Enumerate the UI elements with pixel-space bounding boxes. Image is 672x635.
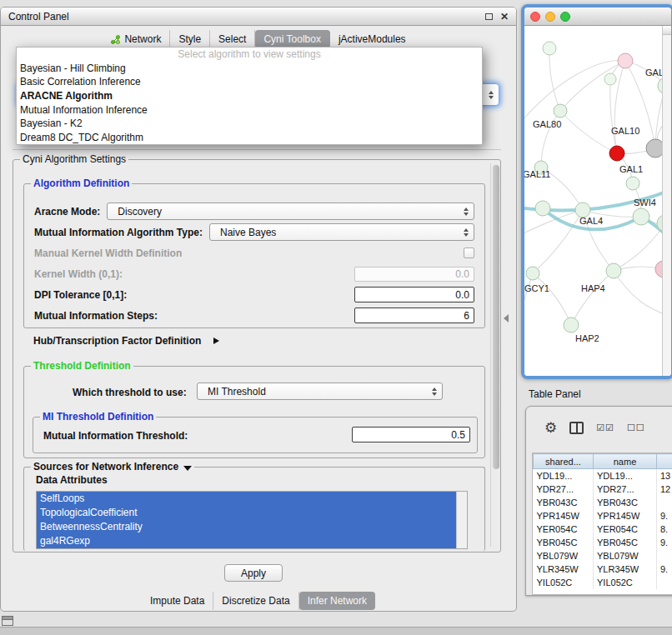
tab-label: Select bbox=[218, 33, 246, 45]
tab-style[interactable]: Style bbox=[170, 30, 210, 48]
control-panel-titlebar[interactable]: Control Panel ✕ bbox=[1, 8, 516, 26]
tab-cyni-toolbox[interactable]: Cyni Toolbox bbox=[255, 30, 329, 48]
dpi-tolerance-row: DPI Tolerance [0,1]: bbox=[34, 284, 474, 305]
graph-node-label: HAP2 bbox=[575, 333, 599, 343]
attribute-item-gal4rgexp[interactable]: gal4RGexp bbox=[37, 534, 456, 548]
network-window-titlebar[interactable] bbox=[524, 8, 671, 26]
collapsed-panel-icon[interactable] bbox=[2, 616, 13, 626]
deselect-all-icon[interactable]: ☐☐ bbox=[627, 422, 645, 433]
tab-network[interactable]: Network bbox=[103, 30, 170, 48]
table-row[interactable]: YBL079WYBL079W bbox=[534, 549, 672, 562]
table-cell: YLR345W bbox=[594, 562, 657, 576]
table-row[interactable]: YDL19...YDL19...13 bbox=[534, 469, 672, 482]
close-window-icon[interactable]: ✕ bbox=[500, 12, 509, 22]
sources-title-row[interactable]: Sources for Network Inference bbox=[31, 461, 194, 473]
hub-definition-label: Hub/Transcription Factor Definition bbox=[33, 335, 201, 347]
aracne-mode-select[interactable]: Discovery bbox=[107, 202, 474, 220]
gear-icon[interactable]: ⚙ bbox=[544, 421, 557, 435]
splitter-collapse-arrow[interactable] bbox=[504, 314, 509, 322]
algorithm-placeholder: Select algorithm to view settings bbox=[17, 48, 482, 62]
data-attributes-list[interactable]: SelfLoopsTopologicalCoefficientBetweenne… bbox=[36, 491, 468, 549]
table-row[interactable]: YBR043CYBR043C bbox=[534, 496, 672, 509]
graph-node[interactable] bbox=[526, 267, 539, 280]
attribute-item-topologicalcoefficient[interactable]: TopologicalCoefficient bbox=[37, 506, 456, 520]
network-view-window[interactable]: GAL8GAL80GAL10GAL11GAL1SWI4GAL4GCY1HAP4H… bbox=[521, 4, 672, 379]
close-traffic-light-icon[interactable] bbox=[530, 12, 540, 22]
column-header-shared[interactable]: shared... bbox=[534, 454, 594, 469]
table-cell: YBR043C bbox=[534, 496, 594, 509]
which-threshold-select[interactable]: MI Threshold bbox=[197, 382, 443, 400]
data-attributes-label: Data Attributes bbox=[36, 474, 108, 486]
algorithm-option-basic-correlation-inference[interactable]: Basic Correlation Inference bbox=[17, 75, 482, 89]
graph-node[interactable] bbox=[554, 104, 567, 118]
expand-arrow-icon bbox=[213, 338, 219, 344]
mi-steps-input[interactable] bbox=[354, 308, 474, 323]
network-scrollbar[interactable] bbox=[662, 26, 671, 376]
mi-threshold-group: MI Threshold Definition Mutual Informati… bbox=[33, 417, 478, 453]
table-toolbar: ⚙ ☑☑ ☐☐ bbox=[526, 407, 672, 448]
kernel-width-input[interactable] bbox=[354, 267, 474, 282]
algorithm-option-bayesian-hill-climbing[interactable]: Bayesian - Hill Climbing bbox=[17, 62, 482, 76]
scrollbar-thumb[interactable] bbox=[493, 165, 499, 469]
columns-icon[interactable] bbox=[569, 422, 584, 434]
zoom-traffic-light-icon[interactable] bbox=[560, 12, 570, 22]
algorithm-option-dream8-dc-tdc-algorithm[interactable]: Dream8 DC_TDC Algorithm bbox=[17, 130, 482, 144]
settings-scrollbar[interactable] bbox=[490, 163, 500, 547]
graph-edge bbox=[524, 273, 533, 332]
float-window-icon[interactable] bbox=[485, 13, 493, 20]
graph-node-label: GAL80 bbox=[533, 119, 561, 129]
network-graph[interactable]: GAL8GAL80GAL10GAL11GAL1SWI4GAL4GCY1HAP4H… bbox=[524, 26, 672, 379]
table-cell: 9. bbox=[657, 562, 672, 576]
table-row[interactable]: YLR345WYLR345W9. bbox=[534, 562, 672, 576]
graph-node[interactable] bbox=[633, 208, 649, 225]
attribute-item-betweennesscentrality[interactable]: BetweennessCentrality bbox=[37, 520, 456, 534]
attribute-item-selfloops[interactable]: SelfLoops bbox=[37, 492, 456, 506]
attributes-scrollbar[interactable] bbox=[456, 492, 467, 548]
scroll-up-button[interactable] bbox=[663, 26, 671, 35]
graph-node[interactable] bbox=[618, 53, 633, 68]
table-cell: 8. bbox=[657, 522, 672, 536]
manual-kernel-label: Manual Kernel Width Definition bbox=[34, 248, 182, 259]
column-header-extra[interactable] bbox=[657, 454, 672, 469]
table-row[interactable]: YIL052CYIL052C bbox=[534, 576, 672, 589]
algorithm-option-mutual-information-inference[interactable]: Mutual Information Inference bbox=[17, 102, 482, 117]
dpi-tolerance-label: DPI Tolerance [0,1]: bbox=[34, 289, 127, 301]
graph-node[interactable] bbox=[609, 146, 624, 161]
mi-type-select[interactable]: Naive Bayes bbox=[209, 223, 474, 241]
select-all-icon[interactable]: ☑☑ bbox=[596, 422, 614, 433]
tab-discretize-data[interactable]: Discretize Data bbox=[213, 592, 298, 610]
tab-jactivemodules[interactable]: jActiveModules bbox=[330, 30, 414, 48]
table-cell: 9. bbox=[657, 536, 672, 549]
table-row[interactable]: YER054CYER054C8. bbox=[534, 522, 672, 536]
graph-node[interactable] bbox=[604, 73, 616, 85]
graph-edge bbox=[533, 273, 571, 325]
column-header-name[interactable]: name bbox=[594, 454, 657, 469]
table-row[interactable]: YPR145WYPR145W9. bbox=[534, 509, 672, 522]
tab-select[interactable]: Select bbox=[210, 30, 255, 48]
table-cell: 9. bbox=[657, 509, 672, 522]
graph-node[interactable] bbox=[564, 318, 579, 332]
tab-impute-data[interactable]: Impute Data bbox=[142, 592, 213, 610]
tab-infer-network[interactable]: Infer Network bbox=[299, 592, 375, 610]
table-cell: 13 bbox=[657, 469, 672, 482]
table-row[interactable]: YDR27...YDR27...12 bbox=[534, 482, 672, 496]
graph-node[interactable] bbox=[535, 201, 550, 216]
apply-button[interactable]: Apply bbox=[224, 564, 283, 582]
table-cell: YER054C bbox=[594, 522, 657, 536]
minimize-traffic-light-icon[interactable] bbox=[545, 12, 555, 22]
graph-edge bbox=[524, 210, 583, 236]
algorithm-option-aracne-algorithm[interactable]: ARACNE Algorithm bbox=[17, 89, 482, 103]
network-canvas[interactable]: GAL8GAL80GAL10GAL11GAL1SWI4GAL4GCY1HAP4H… bbox=[524, 26, 671, 376]
tab-label: Network bbox=[124, 33, 161, 45]
algorithm-option-bayesian-k2[interactable]: Bayesian - K2 bbox=[17, 117, 482, 131]
mi-threshold-input[interactable] bbox=[352, 427, 470, 442]
graph-node[interactable] bbox=[626, 177, 639, 190]
graph-edge bbox=[571, 271, 614, 325]
graph-node[interactable] bbox=[606, 263, 621, 278]
hub-definition-expander[interactable]: Hub/Transcription Factor Definition bbox=[33, 335, 219, 347]
table-row[interactable]: YBR045CYBR045C9. bbox=[534, 536, 672, 549]
dpi-tolerance-input[interactable] bbox=[354, 287, 474, 302]
manual-kernel-checkbox[interactable] bbox=[464, 248, 474, 258]
table-cell: YDR27... bbox=[594, 482, 657, 496]
graph-node[interactable] bbox=[543, 42, 556, 55]
